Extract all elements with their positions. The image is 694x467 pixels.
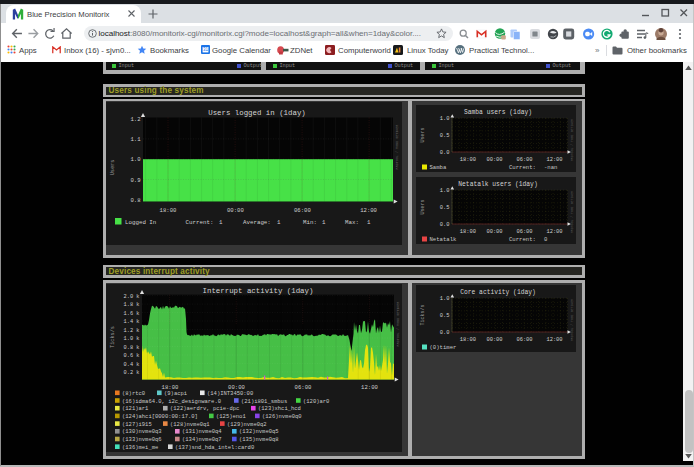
svg-text:(132)nvme0q5: (132)nvme0q5 xyxy=(239,428,279,435)
svg-text:(128)nvme0q1: (128)nvme0q1 xyxy=(170,420,210,427)
svg-text:2.0 k: 2.0 k xyxy=(124,293,140,299)
svg-text:(8)rtc0: (8)rtc0 xyxy=(122,390,145,397)
svg-text:0.0: 0.0 xyxy=(439,150,449,156)
svg-text:(136)mei_me: (136)mei_me xyxy=(122,443,158,450)
svg-text:06:00: 06:00 xyxy=(295,383,312,390)
svg-text:06:00: 06:00 xyxy=(516,156,532,162)
svg-text:12:00: 12:00 xyxy=(546,228,562,234)
svg-text:1: 1 xyxy=(322,219,326,226)
svg-text:(0)timer: (0)timer xyxy=(429,344,456,351)
svg-text:0.6 k: 0.6 k xyxy=(124,353,140,359)
svg-text:1.0 k: 1.0 k xyxy=(124,336,140,342)
svg-text:-nan: -nan xyxy=(544,164,557,171)
svg-text:Min:: Min: xyxy=(303,219,317,226)
svg-text:1.2: 1.2 xyxy=(130,116,140,123)
svg-text:1: 1 xyxy=(367,219,371,226)
svg-text:1.2 k: 1.2 k xyxy=(124,327,140,333)
svg-text:1.8 k: 1.8 k xyxy=(124,302,140,308)
svg-text:(129)nvme0q2: (129)nvme0q2 xyxy=(227,420,267,427)
svg-text:(127)i915: (127)i915 xyxy=(122,420,152,427)
svg-text:Current:: Current: xyxy=(509,236,536,243)
svg-text:0.8 k: 0.8 k xyxy=(124,344,140,350)
svg-text:00:00: 00:00 xyxy=(486,336,502,342)
svg-text:1.0: 1.0 xyxy=(439,188,449,194)
svg-text:(134)nvme0q7: (134)nvme0q7 xyxy=(182,436,222,443)
svg-text:Users: Users xyxy=(419,199,425,214)
svg-text:0.5: 0.5 xyxy=(439,205,449,211)
svg-text:1.0: 1.0 xyxy=(439,296,449,302)
svg-text:(123)xhci_hcd: (123)xhci_hcd xyxy=(258,405,301,412)
svg-text:1.0: 1.0 xyxy=(130,156,141,163)
svg-text:0.2 k: 0.2 k xyxy=(124,370,140,376)
svg-text:1.0: 1.0 xyxy=(439,116,449,122)
svg-text:Average:: Average: xyxy=(243,219,271,226)
svg-text:0.5: 0.5 xyxy=(439,133,449,139)
svg-text:(126)nvme0q0: (126)nvme0q0 xyxy=(262,413,302,420)
svg-text:31: 31 xyxy=(203,47,209,52)
svg-text:RRDTOOL / TOBI OETIKER: RRDTOOL / TOBI OETIKER xyxy=(569,119,573,161)
svg-text:(21)i801_smbus: (21)i801_smbus xyxy=(241,397,287,404)
svg-text:0.0: 0.0 xyxy=(439,330,449,336)
svg-text:Users logged in (1day): Users logged in (1day) xyxy=(208,109,306,117)
svg-text:Users: Users xyxy=(110,160,116,176)
svg-text:(130)nvme0q3: (130)nvme0q3 xyxy=(122,428,162,435)
svg-text:RRDTOOL / TOBI OETIKER: RRDTOOL / TOBI OETIKER xyxy=(395,125,399,170)
svg-text:Current:: Current: xyxy=(186,219,214,226)
svg-text:0.0: 0.0 xyxy=(439,222,449,228)
svg-text:(9)acpi: (9)acpi xyxy=(164,390,188,397)
svg-text:Current:: Current: xyxy=(509,164,536,171)
svg-text:(16)idma64.0, i2c_designware.0: (16)idma64.0, i2c_designware.0 xyxy=(122,397,221,404)
svg-text:00:00: 00:00 xyxy=(227,207,244,214)
svg-text:(122)aerdrv, pcie-dpc: (122)aerdrv, pcie-dpc xyxy=(170,405,239,412)
svg-text:12:00: 12:00 xyxy=(360,207,377,214)
svg-text:06:00: 06:00 xyxy=(516,228,532,234)
svg-text:Ticks/s: Ticks/s xyxy=(419,304,425,325)
svg-text:Ticks/s: Ticks/s xyxy=(110,326,116,348)
svg-text:18:00: 18:00 xyxy=(160,207,177,214)
svg-text:1.4 k: 1.4 k xyxy=(124,319,140,325)
svg-text:(133)nvme0q6: (133)nvme0q6 xyxy=(122,436,162,443)
svg-text:1.1: 1.1 xyxy=(130,136,141,143)
svg-text:RRDTOOL / TOBI OETIKER: RRDTOOL / TOBI OETIKER xyxy=(396,301,400,346)
svg-text:12:00: 12:00 xyxy=(546,156,562,162)
svg-text:12:00: 12:00 xyxy=(546,336,562,342)
svg-text:18:00: 18:00 xyxy=(459,336,475,342)
svg-text:0.5: 0.5 xyxy=(439,313,449,319)
svg-text:06:00: 06:00 xyxy=(294,207,311,214)
svg-text:(14)INT3450:00: (14)INT3450:00 xyxy=(207,390,253,397)
svg-text:(120)ar0: (120)ar0 xyxy=(303,397,329,404)
svg-text:00:00: 00:00 xyxy=(486,228,502,234)
svg-text:(137)snd_hda_intel:card0: (137)snd_hda_intel:card0 xyxy=(175,443,254,450)
svg-text:Netatalk: Netatalk xyxy=(429,236,456,243)
svg-text:06:00: 06:00 xyxy=(516,336,532,342)
svg-text:Samba: Samba xyxy=(429,164,446,171)
svg-text:18:00: 18:00 xyxy=(459,156,475,162)
svg-text:(124)ahci[0000:00:17.0]: (124)ahci[0000:00:17.0] xyxy=(122,413,198,420)
svg-text:Core activity (1day): Core activity (1day) xyxy=(460,289,536,296)
svg-text:(125)eno1: (125)eno1 xyxy=(216,413,246,420)
svg-text:RRDTOOL / TOBI OETIKER: RRDTOOL / TOBI OETIKER xyxy=(569,190,573,232)
svg-text:1.6 k: 1.6 k xyxy=(124,310,140,316)
svg-text:Samba users (1day): Samba users (1day) xyxy=(463,109,531,116)
svg-text:0.8: 0.8 xyxy=(130,197,140,204)
svg-text:0.4 k: 0.4 k xyxy=(124,361,140,367)
svg-text:Netatalk users (1day): Netatalk users (1day) xyxy=(458,181,537,188)
svg-text:(131)nvme0q4: (131)nvme0q4 xyxy=(182,428,222,435)
svg-text:RRDTOOL / TOBI OETIKER: RRDTOOL / TOBI OETIKER xyxy=(569,299,573,341)
svg-text:1: 1 xyxy=(219,219,223,226)
svg-text:Users: Users xyxy=(419,127,425,142)
svg-text:18:00: 18:00 xyxy=(459,228,475,234)
svg-text:Interrupt activity (1day): Interrupt activity (1day) xyxy=(203,286,314,294)
svg-text:(121)ar1: (121)ar1 xyxy=(122,405,149,412)
svg-text:0.9: 0.9 xyxy=(130,177,140,184)
svg-text:12:00: 12:00 xyxy=(361,383,378,390)
svg-text:Logged In: Logged In xyxy=(125,219,156,226)
svg-text:Max:: Max: xyxy=(345,219,359,226)
svg-text:(135)nvme0q8: (135)nvme0q8 xyxy=(239,436,279,443)
svg-text:1: 1 xyxy=(277,219,281,226)
svg-text:00:00: 00:00 xyxy=(486,156,502,162)
